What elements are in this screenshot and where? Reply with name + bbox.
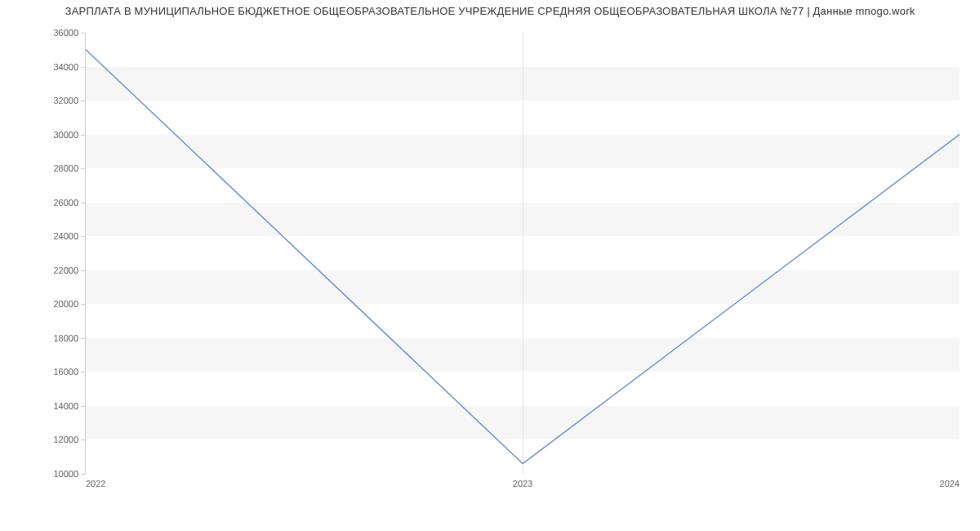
y-tick-label: 12000: [13, 435, 78, 444]
line-series: [86, 33, 960, 474]
y-tick-label: 26000: [13, 198, 78, 207]
chart-container: ЗАРПЛАТА В МУНИЦИПАЛЬНОЕ БЮДЖЕТНОЕ ОБЩЕО…: [0, 0, 980, 531]
y-tick-label: 34000: [13, 62, 78, 72]
plot-area: [86, 33, 960, 474]
y-tick-label: 36000: [13, 28, 78, 38]
y-tick-label: 30000: [13, 130, 78, 140]
y-tick-label: 10000: [13, 469, 78, 479]
y-tick-label: 16000: [13, 367, 78, 377]
x-tick-label: 2024: [940, 479, 960, 489]
x-tick-label: 2023: [513, 479, 532, 489]
y-tick-label: 32000: [13, 96, 78, 105]
x-tick-label: 2022: [86, 479, 105, 489]
chart-title: ЗАРПЛАТА В МУНИЦИПАЛЬНОЕ БЮДЖЕТНОЕ ОБЩЕО…: [0, 5, 980, 17]
y-tick-mark: [81, 474, 86, 475]
y-tick-label: 20000: [13, 299, 78, 309]
y-tick-label: 24000: [13, 231, 78, 241]
y-tick-label: 18000: [13, 333, 78, 343]
y-tick-label: 14000: [13, 401, 78, 411]
y-tick-label: 28000: [13, 163, 78, 173]
y-tick-label: 22000: [13, 266, 78, 275]
